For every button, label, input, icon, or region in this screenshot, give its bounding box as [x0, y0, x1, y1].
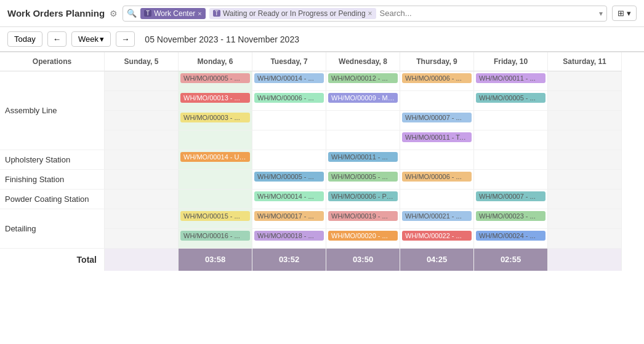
cal-detailing-fri-1: WH/MO/00023 - ... — [474, 209, 548, 229]
cal-finishing-sun — [105, 170, 179, 190]
chip-wh-mo-00011-fri[interactable]: WH/MO/00011 - ... — [476, 73, 545, 83]
chip-wh-mo-00006-finishing-thu[interactable]: WH/MO/00006 - ... — [402, 172, 472, 182]
section-finishing: Finishing Station — [0, 170, 105, 190]
chip-wh-mo-00009-wed[interactable]: WH/MO/00009 - Manual Assembly — [328, 93, 398, 103]
cal-detailing-thu-1: WH/MO/00021 - ... — [400, 209, 474, 229]
chip-wh-mo-00021-thu[interactable]: WH/MO/00021 - ... — [402, 211, 472, 221]
navbar: Today ← Week ▾ → 05 November 2023 - 11 N… — [0, 27, 644, 52]
cal-upholstery-tue — [252, 150, 326, 170]
chip-wh-mo-00016-mon[interactable]: WH/MO/00016 - ... — [180, 231, 250, 241]
calendar-wrapper: Operations Sunday, 5 Monday, 6 Tuesday, … — [0, 52, 644, 344]
cal-detailing-fri-2: WH/MO/00024 - ... — [474, 229, 548, 249]
chip-wh-mo-00005-finishing-wed[interactable]: WH/MO/00005 - ... — [328, 172, 398, 182]
cal-finishing-mon — [179, 170, 252, 190]
cal-assembly-fri-2: WH/MO/00005 - ... — [474, 91, 548, 111]
chip-wh-mo-00011-upholstery-wed[interactable]: WH/MO/00011 - ... — [328, 152, 398, 162]
header-operations: Operations — [0, 52, 105, 71]
cal-assembly-sun-4 — [105, 130, 179, 150]
cal-finishing-wed: WH/MO/00005 - ... — [326, 170, 400, 190]
chip-wh-mo-00014-tue[interactable]: WH/MO/00014 - ... — [254, 73, 324, 83]
cal-powder-thu — [400, 190, 474, 209]
filter-status-icon: T — [213, 10, 220, 17]
date-range: 05 November 2023 - 11 November 2023 — [145, 34, 299, 44]
cal-assembly-sun-2 — [105, 91, 179, 111]
chip-wh-mo-00022-thu[interactable]: WH/MO/00022 - ... — [402, 231, 472, 241]
total-sat — [548, 249, 622, 271]
header-sunday: Sunday, 5 — [105, 52, 179, 71]
view-arrow: ▾ — [627, 9, 631, 18]
total-thu: 04:25 — [400, 249, 474, 271]
cal-assembly-tue-4 — [252, 130, 326, 150]
work-center-filter-tag[interactable]: T Work Center × — [140, 8, 206, 19]
week-arrow: ▾ — [100, 34, 104, 44]
cal-assembly-mon-4 — [179, 130, 252, 150]
gear-icon[interactable]: ⚙ — [110, 9, 118, 18]
cal-finishing-thu: WH/MO/00006 - ... — [400, 170, 474, 190]
cal-assembly-wed-4 — [326, 130, 400, 150]
cal-assembly-wed-1: WH/MO/00012 - ... — [326, 71, 400, 91]
chip-wh-mo-00007-powder-fri[interactable]: WH/MO/00007 - ... — [476, 191, 545, 201]
filter-status-close[interactable]: × — [368, 9, 372, 18]
cal-powder-tue: WH/MO/00014 - ... — [252, 190, 326, 209]
section-upholstery: Upholstery Station — [0, 150, 105, 170]
search-input[interactable] — [380, 9, 593, 18]
filter-tag-label: Work Center — [154, 9, 195, 18]
header-monday: Monday, 6 — [179, 52, 252, 71]
cal-detailing-wed-2: WH/MO/00020 - ... — [326, 229, 400, 249]
chip-wh-mo-00017-tue[interactable]: WH/MO/00017 - ... — [254, 211, 324, 221]
cal-powder-wed: WH/MO/00006 - Powder coat base — [326, 190, 400, 209]
cal-finishing-fri — [474, 170, 548, 190]
chip-wh-mo-00005-mon[interactable]: WH/MO/00005 - ... — [180, 73, 250, 83]
filter-tag-close[interactable]: × — [198, 10, 201, 17]
cal-assembly-mon-2: WH/MO/00013 - ... — [179, 91, 252, 111]
header-thursday: Thursday, 9 — [400, 52, 474, 71]
cal-powder-fri: WH/MO/00007 - ... — [474, 190, 548, 209]
view-toggle[interactable]: ⊞ ▾ — [612, 6, 637, 21]
week-button[interactable]: Week ▾ — [71, 31, 111, 47]
cal-assembly-tue-3 — [252, 111, 326, 130]
chip-wh-mo-00014-upholstery[interactable]: WH/MO/00014 - Upholster cushion — [180, 152, 250, 162]
cal-detailing-mon-2: WH/MO/00016 - ... — [179, 229, 252, 249]
chip-wh-mo-00012-wed[interactable]: WH/MO/00012 - ... — [328, 73, 398, 83]
search-icon: 🔍 — [127, 9, 137, 18]
cal-assembly-sat-4 — [548, 130, 622, 150]
cal-upholstery-fri — [474, 150, 548, 170]
chip-wh-mo-00014-powder-tue[interactable]: WH/MO/00014 - ... — [254, 191, 324, 201]
chip-wh-mo-00023-fri[interactable]: WH/MO/00023 - ... — [476, 211, 545, 221]
chip-wh-mo-00024-fri[interactable]: WH/MO/00024 - ... — [476, 231, 545, 241]
cal-detailing-sun-2 — [105, 229, 179, 249]
status-filter-tag[interactable]: T Waiting or Ready or In Progress or Pen… — [209, 8, 376, 19]
chip-wh-mo-00011-testing-thu[interactable]: WH/MO/00011 - Testing — [402, 132, 472, 142]
cal-assembly-tue-1: WH/MO/00014 - ... — [252, 71, 326, 91]
total-fri: 02:55 — [474, 249, 548, 271]
chip-wh-mo-00013-mon[interactable]: WH/MO/00013 - ... — [180, 93, 250, 103]
cal-detailing-sat-2 — [548, 229, 622, 249]
chip-wh-mo-00005-finishing-tue[interactable]: WH/MO/00005 - ... — [254, 172, 324, 182]
chip-wh-mo-00005-fri2[interactable]: WH/MO/00005 - ... — [476, 93, 545, 103]
week-label: Week — [78, 34, 99, 44]
cal-finishing-tue: WH/MO/00005 - ... — [252, 170, 326, 190]
prev-button[interactable]: ← — [47, 31, 66, 47]
chip-wh-mo-00006-powder-wed[interactable]: WH/MO/00006 - Powder coat base — [328, 191, 398, 201]
cal-upholstery-mon: WH/MO/00014 - Upholster cushion — [179, 150, 252, 170]
chip-wh-mo-00019-wed[interactable]: WH/MO/00019 - ... — [328, 211, 398, 221]
chip-wh-mo-00007-thu[interactable]: WH/MO/00007 - ... — [402, 113, 472, 122]
chip-wh-mo-00006-thu[interactable]: WH/MO/00006 - ... — [402, 73, 472, 83]
cal-assembly-fri-3 — [474, 111, 548, 130]
cal-assembly-sat-3 — [548, 111, 622, 130]
section-powder-coating: Powder Coating Station — [0, 190, 105, 209]
cal-powder-mon — [179, 190, 252, 209]
chip-wh-mo-00020-wed[interactable]: WH/MO/00020 - ... — [328, 231, 398, 241]
total-mon: 03:58 — [179, 249, 252, 271]
header-wednesday: Wednesday, 8 — [326, 52, 400, 71]
chip-wh-mo-00006-tue[interactable]: WH/MO/00006 - ... — [254, 93, 324, 103]
section-assembly-line: Assembly Line — [0, 71, 105, 150]
chip-wh-mo-00003-mon[interactable]: WH/MO/00003 - ... — [180, 113, 250, 122]
chip-wh-mo-00018-tue[interactable]: WH/MO/00018 - ... — [254, 231, 324, 241]
today-button[interactable]: Today — [7, 31, 42, 47]
chip-wh-mo-00015-mon[interactable]: WH/MO/00015 - ... — [180, 211, 250, 221]
view-icon: ⊞ — [618, 9, 624, 18]
next-button[interactable]: → — [116, 31, 135, 47]
search-bar: 🔍 T Work Center × T Waiting or Ready or … — [123, 6, 607, 22]
search-dropdown-arrow[interactable]: ▾ — [599, 9, 603, 18]
